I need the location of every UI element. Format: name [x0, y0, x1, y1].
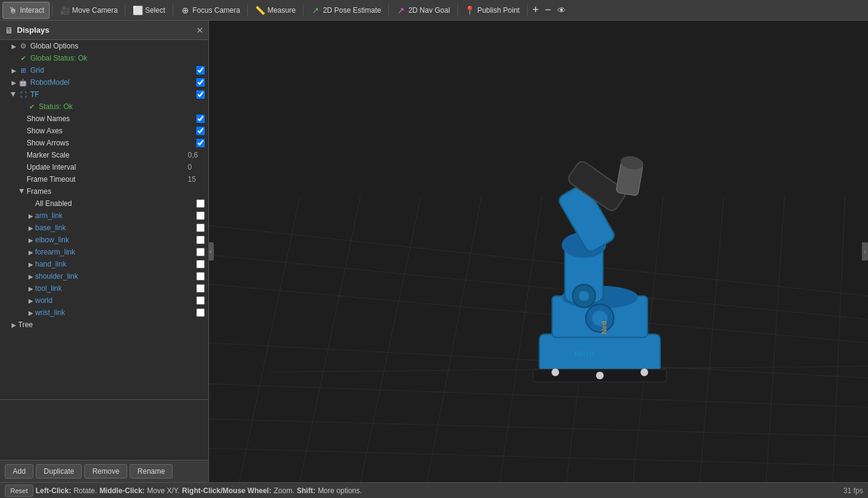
main-toolbar: 🖱 Interact 🎥 Move Camera ⬜ Select ⊕ Focu… [0, 0, 868, 21]
gear-icon: ⚙ [18, 41, 28, 51]
collapse-left-handle[interactable]: ‹ [209, 242, 214, 261]
zoom-controls: + − 👁 [530, 2, 568, 18]
forearm-link-checkbox[interactable] [196, 248, 205, 256]
expand-global-options[interactable]: ▶ [10, 42, 18, 50]
tree-panel[interactable]: ▶ ⚙ Global Options ▶ ✔ Global Status: Ok… [0, 40, 208, 399]
tree-item-world[interactable]: ▶ world [0, 294, 208, 307]
expand-arm-link[interactable]: ▶ [27, 211, 35, 220]
rename-button[interactable]: Rename [130, 464, 173, 479]
marker-scale-label: Marker Scale [27, 151, 188, 159]
tf-checkbox[interactable] [196, 90, 205, 99]
frames-label: Frames [27, 187, 206, 196]
move-camera-button[interactable]: 🎥 Move Camera [55, 2, 122, 19]
tree-item-global-status[interactable]: ▶ ✔ Global Status: Ok [0, 52, 208, 64]
measure-button[interactable]: 📏 Measure [250, 2, 300, 19]
publish-point-icon: 📍 [465, 5, 475, 15]
nav-goal-button[interactable]: ↗ 2D Nav Goal [391, 2, 455, 19]
expand-right-handle[interactable]: › [862, 242, 868, 261]
shoulder-link-checkbox[interactable] [196, 272, 205, 281]
tool-link-checkbox[interactable] [196, 284, 205, 293]
tree-item-elbow-link[interactable]: ▶ elbow_link [0, 234, 208, 246]
elbow-link-checkbox[interactable] [196, 236, 205, 244]
panel-title: Displays [17, 25, 49, 35]
tree-item-base-link[interactable]: ▶ base_link [0, 222, 208, 234]
tree-item-tree[interactable]: ▶ Tree [0, 319, 208, 331]
duplicate-button[interactable]: Duplicate [36, 464, 82, 479]
tree-item-wrist-link[interactable]: ▶ wrist_link [0, 307, 208, 319]
nav-goal-icon: ↗ [396, 5, 406, 15]
svg-line-8 [209, 448, 868, 466]
hand-link-checkbox[interactable] [196, 260, 205, 268]
focus-camera-button[interactable]: ⊕ Focus Camera [176, 2, 245, 19]
check-icon: ✔ [18, 53, 28, 63]
pose-estimate-label: 2D Pose Estimate [323, 6, 381, 15]
zoom-out-button[interactable]: − [542, 2, 554, 18]
right-click-label: Right-Click/Mouse Wheel: [182, 486, 271, 495]
tree-item-grid[interactable]: ▶ ⊞ Grid [0, 64, 208, 76]
expand-elbow-link[interactable]: ▶ [27, 236, 35, 244]
base-link-checkbox[interactable] [196, 224, 205, 232]
viewport[interactable]: Ned NIRYO ‹ › [209, 21, 868, 482]
frame-timeout-label: Frame Timeout [27, 175, 188, 184]
expand-grid[interactable]: ▶ [10, 66, 18, 75]
expand-robot-model[interactable]: ▶ [10, 78, 18, 87]
grid-label: Grid [30, 66, 196, 75]
left-click-action: Rotate. [73, 486, 97, 495]
tree-item-tf-status[interactable]: ▶ ✔ Status: Ok [0, 101, 208, 113]
expand-hand-link[interactable]: ▶ [27, 260, 35, 268]
panel-close-button[interactable]: ✕ [196, 25, 204, 35]
zoom-in-button[interactable]: + [530, 2, 542, 18]
add-button[interactable]: Add [5, 464, 33, 479]
tree-item-marker-scale[interactable]: ▶ Marker Scale 0,6 [0, 149, 208, 161]
expand-world[interactable]: ▶ [27, 296, 35, 305]
reset-button[interactable]: Reset [5, 485, 33, 497]
pose-estimate-button[interactable]: ↗ 2D Pose Estimate [306, 2, 386, 19]
tree-item-frames[interactable]: ▶ Frames [0, 185, 208, 198]
robot-model-checkbox[interactable] [196, 78, 205, 87]
tree-item-tf[interactable]: ▶ ⛶ TF [0, 88, 208, 101]
tree-item-hand-link[interactable]: ▶ hand_link [0, 258, 208, 270]
tree-item-all-enabled[interactable]: ▶ All Enabled [0, 198, 208, 210]
world-checkbox[interactable] [196, 296, 205, 305]
tree-item-global-options[interactable]: ▶ ⚙ Global Options [0, 40, 208, 52]
grid-checkbox[interactable] [196, 66, 205, 75]
tree-item-tool-link[interactable]: ▶ tool_link [0, 282, 208, 294]
zoom-eye-button[interactable]: 👁 [555, 4, 568, 16]
expand-tf[interactable]: ▶ [10, 90, 18, 99]
arm-link-checkbox[interactable] [196, 211, 205, 220]
select-button[interactable]: ⬜ Select [128, 2, 170, 19]
tree-item-show-names[interactable]: ▶ Show Names [0, 113, 208, 125]
expand-frames[interactable]: ▶ [18, 187, 27, 196]
tree-item-update-interval[interactable]: ▶ Update Interval 0 [0, 161, 208, 173]
expand-base-link[interactable]: ▶ [27, 224, 35, 232]
displays-icon: 🖥 [5, 25, 13, 35]
expand-wrist-link[interactable]: ▶ [27, 308, 35, 317]
show-axes-checkbox[interactable] [196, 127, 205, 135]
expand-forearm-link[interactable]: ▶ [27, 248, 35, 256]
panel-header: 🖥 Displays ✕ [0, 21, 208, 40]
tree-item-show-axes[interactable]: ▶ Show Axes [0, 125, 208, 137]
tree-item-shoulder-link[interactable]: ▶ shoulder_link [0, 270, 208, 282]
wrist-link-checkbox[interactable] [196, 308, 205, 317]
tree-item-forearm-link[interactable]: ▶ forearm_link [0, 246, 208, 258]
tree-item-arm-link[interactable]: ▶ arm_link [0, 210, 208, 222]
svg-line-18 [833, 196, 845, 482]
frame-timeout-value: 15 [188, 175, 206, 184]
show-names-checkbox[interactable] [196, 115, 205, 123]
svg-point-21 [551, 368, 559, 376]
tree-item-frame-timeout[interactable]: ▶ Frame Timeout 15 [0, 173, 208, 185]
sep4 [247, 4, 248, 16]
tool-link-label: tool_link [35, 284, 196, 293]
expand-tree[interactable]: ▶ [10, 320, 18, 329]
publish-point-button[interactable]: 📍 Publish Point [460, 2, 525, 19]
tree-item-robot-model[interactable]: ▶ 🤖 RobotModel [0, 76, 208, 88]
remove-button[interactable]: Remove [84, 464, 127, 479]
show-arrows-checkbox[interactable] [196, 139, 205, 147]
expand-shoulder-link[interactable]: ▶ [27, 272, 35, 281]
all-enabled-checkbox[interactable] [196, 199, 205, 208]
tree-item-show-arrows[interactable]: ▶ Show Arrows [0, 137, 208, 149]
global-status-label: Global Status: Ok [30, 54, 206, 62]
focus-camera-label: Focus Camera [193, 6, 240, 15]
expand-tool-link[interactable]: ▶ [27, 284, 35, 293]
interact-button[interactable]: 🖱 Interact [2, 2, 50, 19]
